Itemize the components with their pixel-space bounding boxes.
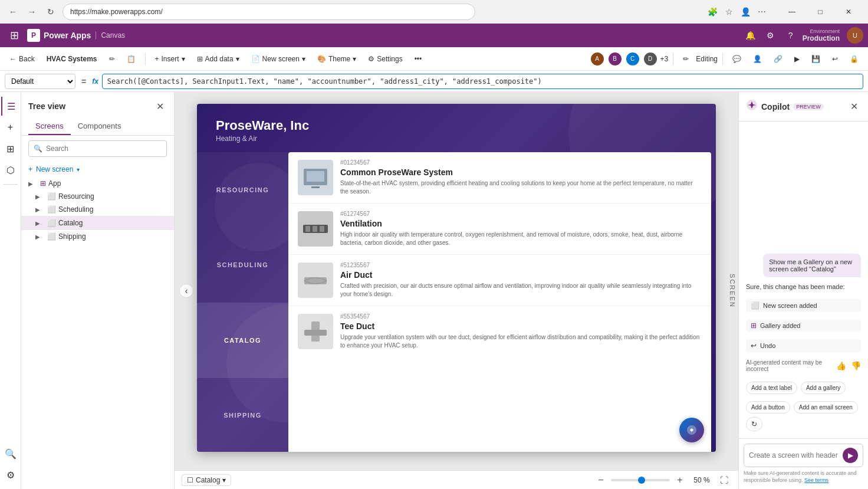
notifications-btn[interactable]: 🔔 [741, 26, 760, 45]
copilot-change-2[interactable]: ↩ Undo [746, 339, 861, 352]
fullscreen-btn[interactable]: ⛶ [717, 473, 731, 487]
copilot-close-btn[interactable]: ✕ [847, 100, 861, 114]
svg-rect-7 [304, 277, 327, 284]
browser-back-btn[interactable]: ← [6, 5, 20, 19]
nav-resourcing[interactable]: RESOURCING [197, 152, 288, 228]
canvas-area: ‹ SCREEN ProseWare, Inc Heating & Air RE… [175, 92, 738, 489]
maximize-btn[interactable]: □ [807, 4, 834, 20]
tree-items: ▶ ⊞ App ▶ ⬜ Resourcing ▶ ⬜ Scheduling ▶ … [21, 177, 174, 489]
add-data-btn[interactable]: ⊞ Add data ▾ [192, 51, 244, 67]
extensions-btn[interactable]: 🧩 [705, 5, 719, 19]
search-strip-btn[interactable]: 🔍 [1, 444, 20, 463]
browser-url-bar[interactable]: https://make.powerapps.com/ [63, 4, 475, 20]
screen-selector[interactable]: ☐ Catalog ▾ [182, 474, 231, 486]
formula-input[interactable] [102, 74, 863, 89]
copilot-fab-btn[interactable] [679, 418, 704, 442]
zoom-out-btn[interactable]: − [594, 474, 607, 487]
waffle-icon-btn[interactable]: ⊞ [5, 26, 24, 45]
product-item-3[interactable]: #55354567 Tee Duct Upgrade your ventilat… [288, 306, 711, 357]
settings-icon-btn[interactable]: ⚙ [761, 26, 780, 45]
undo-btn[interactable]: ↩ [827, 51, 843, 67]
publish-btn[interactable]: 🔗 [769, 51, 787, 67]
help-btn[interactable]: ? [781, 26, 800, 45]
tree-item-scheduling[interactable]: ▶ ⬜ Scheduling [21, 203, 174, 216]
nav-catalog[interactable]: CATALOG [197, 303, 288, 378]
quick-refresh-btn[interactable]: ↻ [746, 417, 762, 431]
controls-strip-btn[interactable]: ⊞ [1, 139, 20, 158]
copilot-change-1: ⊞ Gallery added [746, 319, 861, 332]
product-info-3: #55354567 Tee Duct Upgrade your ventilat… [340, 313, 702, 350]
nav-shipping[interactable]: SHIPPING [197, 378, 288, 452]
tab-screens[interactable]: Screens [28, 118, 71, 135]
data-strip-btn[interactable]: ⬡ [1, 160, 20, 179]
tree-item-shipping[interactable]: ▶ ⬜ Shipping [21, 230, 174, 243]
product-item-1[interactable]: #61274567 Ventilation High indoor air qu… [288, 204, 711, 255]
share-btn[interactable]: 👤 [748, 51, 767, 67]
project-name-btn[interactable]: HVAC Systems [42, 51, 102, 67]
property-dropdown[interactable]: Default [5, 74, 75, 89]
app-icon: ⊞ [40, 179, 46, 188]
favorites-btn[interactable]: ☆ [722, 5, 736, 19]
pa-logo-area: ⊞ P Power Apps Canvas [5, 26, 125, 45]
user-avatar[interactable]: U [847, 27, 863, 44]
quick-action-row-2: Add a button Add an email screen ↻ [746, 401, 861, 431]
zoom-slider[interactable] [611, 479, 670, 481]
quick-add-gallery-btn[interactable]: Add a gallery [801, 382, 846, 394]
profile-btn[interactable]: 👤 [738, 5, 752, 19]
insert-btn[interactable]: + Insert ▾ [150, 51, 190, 67]
app-canvas[interactable]: ProseWare, Inc Heating & Air RESOURCING … [197, 104, 716, 452]
tree-view-strip-btn[interactable]: ☰ [1, 97, 20, 116]
nav-scheduling[interactable]: SCHEDULING [197, 228, 288, 303]
theme-btn[interactable]: 🎨 Theme ▾ [313, 51, 361, 67]
new-screen-chevron-icon: ▾ [77, 166, 80, 173]
thumbs-down-btn[interactable]: 👎 [851, 361, 861, 370]
copilot-send-btn[interactable]: ▶ [843, 448, 858, 463]
left-strip: ☰ + ⊞ ⬡ 🔍 ⚙ [0, 92, 21, 489]
zoom-in-btn[interactable]: + [673, 474, 686, 487]
tree-item-catalog[interactable]: ▶ ⬜ Catalog ••• [21, 216, 174, 230]
product-item-0[interactable]: #01234567 Common ProseWare System State-… [288, 152, 711, 204]
new-screen-tree-btn[interactable]: + New screen ▾ [21, 162, 174, 177]
browser-more-btn[interactable]: ⋯ [755, 5, 769, 19]
tab-components[interactable]: Components [71, 118, 129, 135]
product-item-2[interactable]: #51235567 Air Duct Crafted with precisio… [288, 255, 711, 306]
collab-avatar-2: B [607, 51, 623, 67]
quick-email-screen-btn[interactable]: Add an email screen [794, 401, 858, 413]
app-nav: RESOURCING SCHEDULING CATALOG SHIPPING [197, 152, 288, 452]
edit-icon-btn[interactable]: ✏ [104, 51, 120, 67]
canvas-nav-prev[interactable]: ‹ [179, 284, 193, 298]
tree-item-resourcing[interactable]: ▶ ⬜ Resourcing [21, 190, 174, 203]
settings-gear-icon: ⚙ [368, 55, 374, 63]
back-btn[interactable]: ← Back [5, 51, 40, 67]
save-btn[interactable]: 💾 [807, 51, 825, 67]
play-btn[interactable]: ▶ [790, 51, 804, 67]
new-screen-btn[interactable]: 📄 New screen ▾ [246, 51, 310, 67]
browser-forward-btn[interactable]: → [25, 5, 39, 19]
quick-add-button-btn[interactable]: Add a button [746, 401, 790, 413]
insert-strip-btn[interactable]: + [1, 118, 20, 137]
sidebar-header: Tree view ✕ [21, 92, 174, 118]
lock-btn[interactable]: 🔒 [845, 51, 863, 67]
close-btn[interactable]: ✕ [835, 4, 862, 20]
more-options-btn[interactable]: ••• [410, 51, 427, 67]
search-input[interactable] [46, 145, 162, 153]
copilot-text-input[interactable] [749, 451, 839, 460]
sidebar-close-btn[interactable]: ✕ [153, 99, 167, 113]
minimize-btn[interactable]: — [778, 4, 805, 20]
product-id-0: #01234567 [340, 159, 702, 166]
settings-strip-btn[interactable]: ⚙ [1, 465, 20, 484]
quick-add-text-btn[interactable]: Add a text label [746, 382, 797, 394]
product-desc-1: High indoor air quality with temperature… [340, 231, 702, 247]
edit-mode-icon[interactable]: ✏ [678, 51, 693, 67]
tree-item-app[interactable]: ▶ ⊞ App [21, 177, 174, 190]
comment-btn[interactable]: 💬 [728, 51, 746, 67]
svg-rect-6 [320, 226, 324, 232]
expand-shipping-icon: ▶ [35, 234, 45, 240]
product-id-3: #55354567 [340, 313, 702, 320]
see-terms-link[interactable]: See terms [804, 477, 828, 483]
settings-btn[interactable]: ⚙ Settings [363, 51, 407, 67]
product-thumb-1 [298, 211, 333, 247]
browser-refresh-btn[interactable]: ↻ [44, 5, 58, 19]
history-btn[interactable]: 📋 [122, 51, 140, 67]
thumbs-up-btn[interactable]: 👍 [836, 361, 846, 370]
